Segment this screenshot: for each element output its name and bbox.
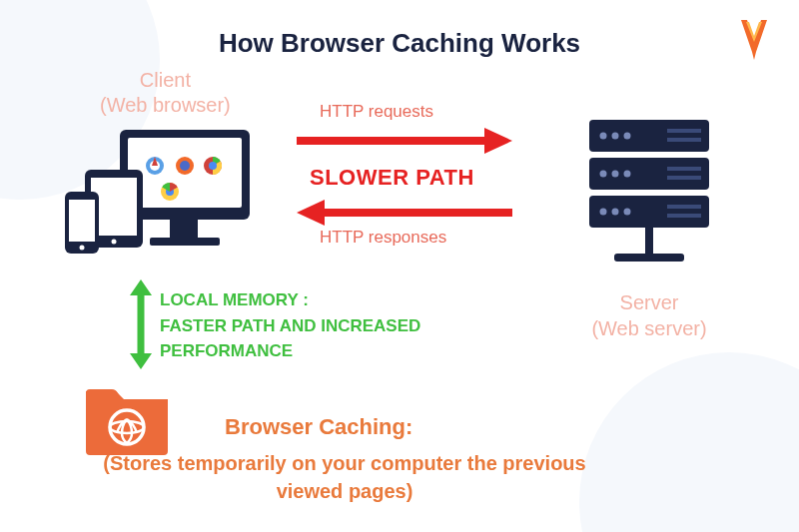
local-memory-line2: FASTER PATH AND INCREASED bbox=[160, 313, 479, 339]
svg-rect-36 bbox=[645, 228, 653, 254]
svg-rect-30 bbox=[667, 129, 701, 133]
svg-point-28 bbox=[612, 209, 619, 216]
svg-point-25 bbox=[612, 171, 619, 178]
client-label-line1: Client bbox=[100, 68, 231, 93]
server-label: Server (Web server) bbox=[569, 289, 729, 341]
arrow-left-icon bbox=[295, 198, 514, 232]
client-label: Client (Web browser) bbox=[100, 68, 231, 118]
browser-caching-description: (Stores temporarily on your computer the… bbox=[95, 449, 594, 505]
client-devices-icon bbox=[65, 130, 250, 264]
client-label-line2: (Web browser) bbox=[100, 93, 231, 118]
svg-point-17 bbox=[80, 246, 85, 251]
svg-rect-37 bbox=[614, 254, 684, 262]
svg-point-24 bbox=[600, 171, 607, 178]
svg-rect-20 bbox=[589, 196, 709, 228]
server-icon bbox=[579, 120, 719, 283]
svg-rect-2 bbox=[170, 220, 198, 238]
svg-marker-41 bbox=[297, 200, 325, 226]
svg-rect-33 bbox=[667, 176, 701, 180]
svg-point-14 bbox=[112, 240, 117, 245]
http-responses-label: HTTP responses bbox=[320, 228, 446, 248]
background-blob-bottom-right bbox=[579, 352, 799, 532]
server-label-line1: Server bbox=[569, 289, 729, 315]
svg-point-23 bbox=[624, 133, 631, 140]
double-arrow-vertical-icon bbox=[128, 279, 154, 373]
svg-marker-39 bbox=[484, 128, 512, 154]
svg-rect-19 bbox=[589, 158, 709, 190]
svg-marker-42 bbox=[130, 279, 152, 295]
browser-caching-title: Browser Caching: bbox=[225, 414, 412, 440]
svg-rect-3 bbox=[150, 238, 220, 246]
arrow-right-icon bbox=[295, 126, 514, 160]
svg-point-29 bbox=[624, 209, 631, 216]
svg-point-7 bbox=[180, 161, 190, 171]
svg-rect-18 bbox=[589, 120, 709, 152]
local-memory-line1: LOCAL MEMORY : bbox=[160, 287, 479, 313]
svg-point-26 bbox=[624, 171, 631, 178]
slower-path-label: SLOWER PATH bbox=[310, 165, 474, 191]
svg-marker-44 bbox=[130, 353, 152, 369]
cache-folder-icon bbox=[82, 381, 172, 459]
svg-rect-35 bbox=[667, 214, 701, 218]
http-requests-label: HTTP requests bbox=[320, 102, 433, 122]
svg-rect-34 bbox=[667, 205, 701, 209]
svg-point-22 bbox=[612, 133, 619, 140]
svg-rect-16 bbox=[69, 200, 95, 242]
svg-rect-31 bbox=[667, 138, 701, 142]
svg-point-21 bbox=[600, 133, 607, 140]
server-label-line2: (Web server) bbox=[569, 315, 729, 341]
local-memory-line3: PERFORMANCE bbox=[160, 338, 479, 364]
diagram-title: How Browser Caching Works bbox=[0, 28, 799, 59]
svg-rect-32 bbox=[667, 167, 701, 171]
svg-point-27 bbox=[600, 209, 607, 216]
svg-point-9 bbox=[209, 162, 217, 170]
local-memory-label: LOCAL MEMORY : FASTER PATH AND INCREASED… bbox=[160, 287, 479, 364]
